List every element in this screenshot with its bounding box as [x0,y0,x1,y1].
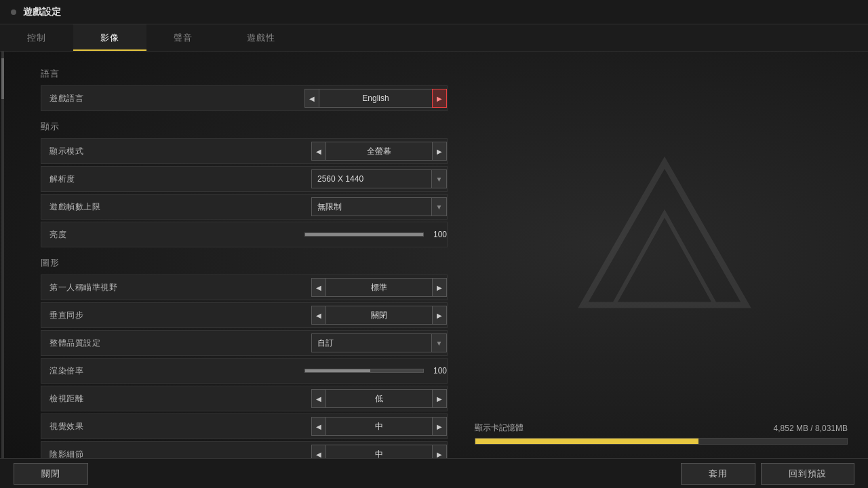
row-overall-quality: 整體品質設定 自訂 ▼ [41,330,448,356]
resolution-value: 2560 X 1440 [312,174,431,184]
bottom-bar: 關閉 套用 回到預設 [0,458,868,488]
row-render-scale: 渲染倍率 100 [41,358,448,384]
row-shadow-detail: 陰影細節 ◀ 中 ▶ [41,441,448,458]
main-area: 語言 遊戲語言 ◀ English ▶ 顯示 [0,52,868,458]
row-display-mode: 顯示模式 ◀ 全螢幕 ▶ [41,138,448,164]
row-game-language: 遊戲語言 ◀ English ▶ [41,85,448,111]
label-display-mode: 顯示模式 [50,146,185,157]
row-fov: 第一人稱瞄準視野 ◀ 標準 ▶ [41,274,448,300]
fov-prev[interactable]: ◀ [311,278,326,297]
control-game-language: ◀ English ▶ [185,89,447,108]
visual-effects-prev[interactable]: ◀ [311,417,326,436]
row-brightness: 亮度 100 [41,222,448,247]
visual-effects-value: 中 [326,417,432,436]
visual-effects-next[interactable]: ▶ [432,417,447,436]
tab-gameplay[interactable]: 遊戲性 [220,24,302,51]
label-fov: 第一人稱瞄準視野 [50,282,185,293]
label-resolution: 解析度 [50,174,185,185]
resolution-dropdown-arrow: ▼ [431,170,446,188]
render-scale-track[interactable] [304,369,424,373]
control-resolution: 2560 X 1440 ▼ [185,169,447,188]
tab-navigation: 控制 影像 聲音 遊戲性 [0,24,868,52]
overall-quality-value: 自訂 [312,338,431,349]
vram-section: 顯示卡記憶體 4,852 MB / 8,031MB [475,422,848,445]
fov-next[interactable]: ▶ [432,278,447,297]
tab-control[interactable]: 控制 [0,24,73,51]
vsync-prev[interactable]: ◀ [311,306,326,325]
overall-quality-dropdown-arrow: ▼ [431,334,446,352]
lang-next-button[interactable]: ▶ [432,89,447,108]
shadow-detail-value: 中 [326,445,432,458]
slider-render-scale: 100 [304,366,447,375]
fov-value: 標準 [326,278,432,297]
control-fov: ◀ 標準 ▶ [185,278,447,297]
dropdown-resolution[interactable]: 2560 X 1440 ▼ [311,169,447,188]
label-visual-effects: 視覺效果 [50,421,185,432]
arrow-control-vsync: ◀ 關閉 ▶ [311,306,447,325]
settings-scroll[interactable]: 語言 遊戲語言 ◀ English ▶ 顯示 [0,52,461,458]
vsync-next[interactable]: ▶ [432,306,447,325]
render-scale-fill [305,369,370,372]
view-distance-prev[interactable]: ◀ [311,389,326,408]
control-visual-effects: ◀ 中 ▶ [185,417,447,436]
control-vsync: ◀ 關閉 ▶ [185,306,447,325]
label-overall-quality: 整體品質設定 [50,338,185,349]
label-render-scale: 渲染倍率 [50,365,185,377]
vram-bar-fill [475,439,698,444]
label-view-distance: 檢視距離 [50,393,185,405]
vram-label: 顯示卡記憶體 [475,422,524,434]
control-render-scale: 100 [185,366,447,375]
row-resolution: 解析度 2560 X 1440 ▼ [41,166,448,192]
label-vsync: 垂直同步 [50,310,185,321]
tab-video[interactable]: 影像 [73,24,146,51]
app-title: 遊戲設定 [23,6,61,18]
row-view-distance: 檢視距離 ◀ 低 ▶ [41,386,448,411]
scroll-indicator [1,52,4,458]
brightness-value: 100 [428,230,447,239]
display-mode-prev[interactable]: ◀ [311,142,326,161]
slider-brightness: 100 [304,230,447,239]
brightness-track[interactable] [304,232,424,237]
section-graphics-heading: 圖形 [41,257,448,269]
tab-audio[interactable]: 聲音 [146,24,220,51]
label-game-language: 遊戲語言 [50,93,185,104]
control-brightness: 100 [185,230,447,239]
vram-value: 4,852 MB / 8,031MB [774,424,848,433]
brightness-fill [305,233,423,236]
title-dot [11,9,16,15]
display-mode-next[interactable]: ▶ [432,142,447,161]
bottom-right-buttons: 套用 回到預設 [681,463,854,485]
frame-limit-dropdown-arrow: ▼ [431,198,446,216]
lang-arrow-control: ◀ English ▶ [304,89,447,108]
arrow-control-display-mode: ◀ 全螢幕 ▶ [311,142,447,161]
label-shadow-detail: 陰影細節 [50,449,185,459]
right-panel: 顯示卡記憶體 4,852 MB / 8,031MB [461,52,868,458]
label-brightness: 亮度 [50,229,185,241]
label-frame-limit: 遊戲幀數上限 [50,201,185,213]
dropdown-overall-quality[interactable]: 自訂 ▼ [311,333,447,352]
dropdown-frame-limit[interactable]: 無限制 ▼ [311,197,447,216]
render-scale-value: 100 [428,366,447,375]
row-vsync: 垂直同步 ◀ 關閉 ▶ [41,302,448,328]
control-frame-limit: 無限制 ▼ [185,197,447,216]
lang-value: English [319,89,432,108]
close-button[interactable]: 關閉 [14,463,88,485]
scroll-thumb[interactable] [1,58,4,99]
back-to-default-button[interactable]: 回到預設 [761,463,854,485]
control-overall-quality: 自訂 ▼ [185,333,447,352]
arrow-control-view-distance: ◀ 低 ▶ [311,389,447,408]
vram-label-row: 顯示卡記憶體 4,852 MB / 8,031MB [475,422,848,434]
control-shadow-detail: ◀ 中 ▶ [185,445,447,458]
view-distance-value: 低 [326,389,432,408]
lang-prev-button[interactable]: ◀ [304,89,319,108]
shadow-detail-prev[interactable]: ◀ [311,445,326,458]
settings-panel: 語言 遊戲語言 ◀ English ▶ 顯示 [0,52,461,458]
shadow-detail-next[interactable]: ▶ [432,445,447,458]
vsync-value: 關閉 [326,306,432,325]
control-view-distance: ◀ 低 ▶ [185,389,447,408]
title-bar: 遊戲設定 [0,0,868,24]
display-mode-value: 全螢幕 [326,142,432,161]
apply-button[interactable]: 套用 [681,463,755,485]
arrow-control-fov: ◀ 標準 ▶ [311,278,447,297]
view-distance-next[interactable]: ▶ [432,389,447,408]
